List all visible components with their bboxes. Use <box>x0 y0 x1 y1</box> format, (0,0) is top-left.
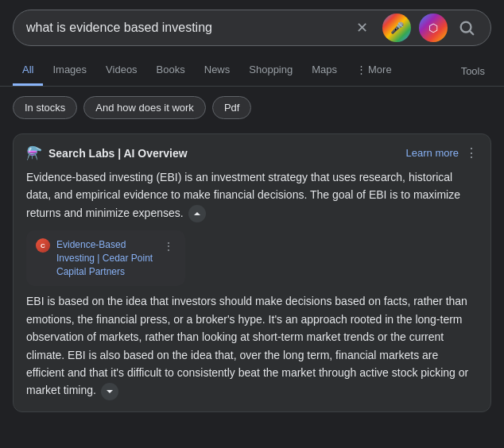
source-menu-icon[interactable]: ⋮ <box>161 238 176 254</box>
suggestion-pill-2[interactable]: Pdf <box>212 96 252 119</box>
tab-more[interactable]: ⋮ More <box>347 56 401 86</box>
nav-tabs: All Images Videos Books News Shopping Ma… <box>0 56 504 87</box>
ai-header-right: Learn more ⋮ <box>406 145 478 160</box>
ai-overview-card: ⚗️ Search Labs | AI Overview Learn more … <box>13 133 491 412</box>
mic-icon[interactable]: 🎤 <box>382 14 411 42</box>
overflow-menu-icon[interactable]: ⋮ <box>465 145 478 160</box>
search-bar[interactable]: what is evidence based investing ✕ 🎤 ⬡ <box>13 10 491 46</box>
ai-title-group: ⚗️ Search Labs | AI Overview <box>26 145 188 160</box>
source-content: Evidence-Based Investing | Cedar Point C… <box>56 238 155 278</box>
ai-overview-header: ⚗️ Search Labs | AI Overview Learn more … <box>26 145 478 160</box>
suggestions-row: In stocks And how does it work Pdf <box>0 87 504 129</box>
ai-main-paragraph: Evidence-based investing (EBI) is an inv… <box>26 168 478 222</box>
expand-button[interactable] <box>101 383 118 400</box>
tab-books[interactable]: Books <box>147 56 195 86</box>
learn-more-link[interactable]: Learn more <box>406 147 459 159</box>
source-title: Evidence-Based Investing | Cedar Point C… <box>56 238 155 278</box>
tab-images[interactable]: Images <box>43 56 96 86</box>
search-submit-icon[interactable] <box>456 17 478 39</box>
svg-line-1 <box>470 31 473 34</box>
suggestion-pill-0[interactable]: In stocks <box>13 96 77 119</box>
ai-overview-title: Search Labs | AI Overview <box>48 147 188 160</box>
search-input[interactable]: what is evidence based investing <box>26 21 350 35</box>
collapse-button[interactable] <box>188 205 206 222</box>
flask-icon: ⚗️ <box>26 145 42 160</box>
more-dots-icon: ⋮ <box>356 64 366 75</box>
clear-icon[interactable]: ✕ <box>350 16 374 40</box>
source-favicon: C <box>36 238 50 253</box>
ai-second-paragraph: EBI is based on the idea that investors … <box>26 292 478 400</box>
search-bar-icons: ✕ 🎤 ⬡ <box>350 14 478 42</box>
tab-maps[interactable]: Maps <box>302 56 347 86</box>
tab-all[interactable]: All <box>13 56 43 86</box>
source-card[interactable]: C Evidence-Based Investing | Cedar Point… <box>26 230 185 286</box>
tab-videos[interactable]: Videos <box>96 56 147 86</box>
tab-shopping[interactable]: Shopping <box>239 56 302 86</box>
tab-news[interactable]: News <box>195 56 240 86</box>
search-bar-container: what is evidence based investing ✕ 🎤 ⬡ <box>0 0 504 56</box>
tab-tools[interactable]: Tools <box>455 57 491 85</box>
suggestion-pill-1[interactable]: And how does it work <box>83 96 206 119</box>
camera-icon[interactable]: ⬡ <box>419 14 448 42</box>
